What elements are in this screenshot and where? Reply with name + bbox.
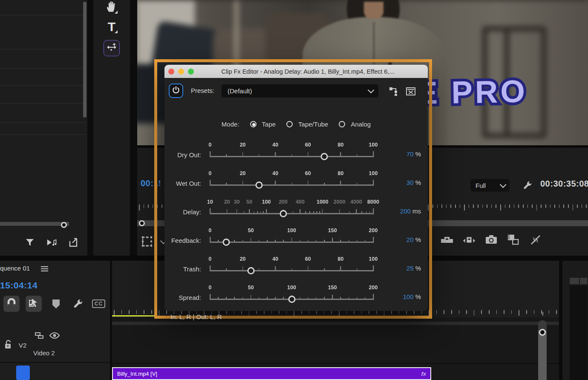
scale-label: 40 [272,142,278,148]
preset-value: (Default) [228,87,252,95]
monitor-scrollbar-handle[interactable] [139,220,145,226]
sequence-tab-title[interactable]: quence 01 [0,265,30,272]
slider-label: Delay: [164,208,201,216]
slider-track[interactable] [210,177,373,187]
presets-dropdown[interactable]: (Default) [222,84,378,98]
scale-label: 40 [272,256,278,262]
meter-header-right [580,278,587,284]
slider-track[interactable] [210,206,373,216]
ruler-tick [577,204,578,208]
scale-label: 200 [369,285,378,291]
slider-track[interactable] [210,291,373,302]
ruler-tick [532,204,533,208]
lift-icon[interactable] [441,233,453,246]
scale-label: 1000 [317,199,329,205]
timeline-playhead-timecode[interactable]: 15:04:14 [0,280,37,291]
extract-icon[interactable] [463,233,476,246]
monitor-playhead-timecode[interactable]: 00:15 [141,178,160,190]
hand-tool[interactable] [104,0,120,15]
filter-icon[interactable] [24,237,35,248]
scale-label: 8000 [367,199,379,205]
comparison-view-icon[interactable] [507,233,520,246]
slider-handle[interactable] [255,181,262,189]
clip-fx-badge[interactable]: fx [421,371,430,377]
ruler-tick [153,204,153,208]
slider-row: Delay:1020305010020040010002000400080002… [164,196,428,225]
slider-value-number[interactable]: 25 [406,265,414,272]
slider-value-number[interactable]: 70 [406,150,414,158]
project-horizontal-scrollbar[interactable] [0,222,69,226]
timeline-scrollbar-handle[interactable] [539,329,546,336]
monitor-duration-timecode[interactable]: 00:30:35:08 [540,179,588,190]
track-output-eye-icon[interactable] [49,332,60,341]
slider-track[interactable] [210,263,373,273]
slider-handle[interactable] [288,296,295,303]
slider-value-number[interactable]: 30 [406,179,414,186]
slider-track[interactable] [210,234,373,245]
slider-handle[interactable] [247,267,254,274]
slider-value-number[interactable]: 20 [406,236,414,243]
monitor-settings-wrench-icon[interactable] [522,180,533,192]
ruler-tick [144,204,144,208]
ruler-tick [541,204,542,208]
ruler-tick [161,204,162,208]
zoom-traffic-light[interactable] [188,69,194,75]
slider-value-unit: % [413,150,421,158]
slider-value-number[interactable]: 100 [403,293,413,300]
slider-scale: 102030501002004001000200040008000 [210,199,373,206]
save-preset-icon[interactable] [389,86,399,98]
source-patch-v1[interactable] [16,366,30,380]
scale-label: 100 [287,227,296,233]
project-scrollbar-handle[interactable] [61,222,67,228]
ruler-tick [519,310,519,316]
source-patch-icon[interactable] [35,332,43,341]
ruler-tick [582,204,582,208]
timeline-settings-wrench-icon[interactable] [70,296,86,312]
track-lock-icon[interactable] [4,340,12,351]
add-marker-icon[interactable] [48,296,64,312]
mode-radio-analog[interactable] [339,121,345,127]
close-traffic-light[interactable] [168,69,174,75]
panel-menu-icon[interactable] [41,266,48,273]
type-tool[interactable]: T [104,19,120,35]
delete-effect-icon[interactable] [406,86,416,98]
scale-label: 2000 [334,199,346,205]
mode-radio-tape-tube[interactable] [286,121,293,127]
slider-value-unit: % [413,265,421,272]
ruler-tick [446,204,447,208]
export-frame-camera-icon[interactable] [485,233,498,246]
ruler-tick [489,310,490,314]
slider-track[interactable] [210,149,373,159]
track-name-label[interactable]: Video 2 [33,349,55,357]
snap-toggle-button[interactable] [3,296,20,312]
captions-badge[interactable]: CC [92,299,105,308]
linked-selection-button[interactable] [26,296,42,312]
export-icon[interactable] [69,237,80,248]
automate-to-sequence-icon[interactable] [46,237,58,248]
mode-radio-tape[interactable] [250,121,257,127]
timeline-clip[interactable]: Billy_Int.mp4 [V] fx [112,367,431,380]
auto-reframe-disabled-icon[interactable] [529,233,542,246]
effect-power-toggle[interactable] [169,83,183,98]
minimize-traffic-light[interactable] [178,69,184,75]
scale-label: 60 [305,256,311,262]
title-graphic-overlay: E PRO [413,67,558,118]
scale-label: 100 [262,199,271,205]
slider-handle[interactable] [321,153,328,160]
remix-tool-selected[interactable] [104,40,120,56]
chevron-down-icon [368,87,375,94]
track-id-label[interactable]: V2 [19,342,26,349]
slider-value: 25 % [406,265,421,272]
dialog-titlebar[interactable]: Clip Fx Editor - Analog Delay: Audio 1, … [164,65,428,78]
ruler-tick [159,310,160,316]
zoom-level-select[interactable]: Full [470,179,510,192]
slider-handle[interactable] [280,210,287,217]
project-vertical-scrollbar[interactable] [83,2,86,118]
slider-handle[interactable] [223,239,230,246]
tool-variant-indicator [115,30,118,33]
ruler-tick [518,204,519,208]
safe-margins-icon[interactable] [141,235,153,248]
scale-label: 0 [209,227,212,233]
slider-scale: 020406080100 [210,170,373,177]
slider-value-number[interactable]: 200 [400,207,411,215]
